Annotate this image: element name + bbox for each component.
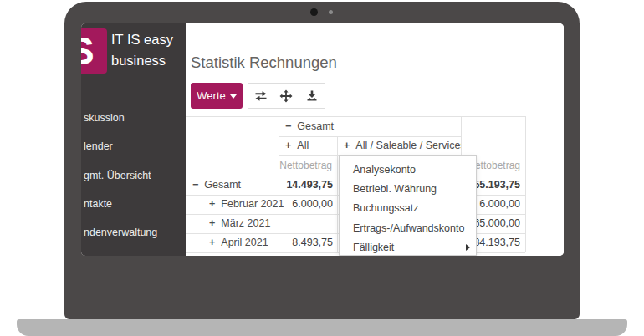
collapse-icon: − — [192, 179, 198, 191]
brand-logo[interactable]: S — [81, 28, 107, 74]
expand-icon: + — [344, 140, 350, 151]
col-header-all-saleable-services[interactable]: +All / Saleable / Services — [344, 136, 461, 155]
row-header-gesamt[interactable]: −Gesamt — [192, 176, 276, 195]
cell-april-all: 8.493,75 — [279, 233, 333, 252]
col-header-gesamt[interactable]: −Gesamt — [285, 116, 452, 136]
sidebar-item-mgmt-uebersicht[interactable]: gmt. Übersicht — [84, 169, 151, 182]
menu-item-betriebl-waehrung[interactable]: Betriebl. Währung — [340, 180, 476, 199]
pivot-toolbar — [248, 83, 325, 109]
sidebar-item-kundenverwaltung[interactable]: ndenverwaltung — [84, 226, 157, 239]
table-border — [337, 136, 338, 252]
sidebar: S IT IS easy business skussion lender gm… — [81, 23, 186, 256]
expand-icon: + — [209, 237, 215, 248]
main-content: Statistik Rechnungen Werte — [186, 23, 564, 256]
row-header-maerz-2021[interactable]: +März 2021 — [209, 214, 293, 233]
brand-name: IT IS easy business — [111, 29, 173, 71]
values-button-label: Werte — [197, 90, 225, 103]
values-button[interactable]: Werte — [191, 83, 243, 109]
expand-icon: + — [209, 217, 215, 229]
brand-line2: business — [111, 50, 173, 71]
groupby-dropdown-menu: Analysekonto Betriebl. Währung Buchungss… — [339, 155, 477, 256]
app-screen: S IT IS easy business skussion lender gm… — [81, 23, 564, 256]
sidebar-item-kalender[interactable]: lender — [84, 140, 113, 153]
col-header-all[interactable]: +All — [285, 136, 334, 155]
cell-februar-all: 6.000,00 — [279, 195, 333, 214]
table-border — [525, 116, 526, 252]
expand-all-button[interactable] — [273, 83, 299, 109]
submenu-arrow-icon — [466, 244, 470, 251]
menu-item-buchungssatz[interactable]: Buchungssatz — [340, 199, 476, 218]
logo-glyph: S — [81, 28, 95, 74]
menu-item-analysekonto[interactable]: Analysekonto — [340, 160, 476, 180]
collapse-icon: − — [285, 120, 291, 132]
laptop-base — [17, 319, 627, 336]
screenshot-canvas: S IT IS easy business skussion lender gm… — [0, 0, 644, 336]
measure-header-nettobetrag[interactable]: Nettobetrag — [279, 155, 332, 176]
download-button[interactable] — [299, 83, 325, 109]
camera-icon — [310, 8, 318, 16]
expand-icon: + — [285, 140, 291, 151]
sidebar-item-kontakte[interactable]: ntakte — [84, 197, 112, 211]
flip-axes-button[interactable] — [248, 83, 273, 109]
sidebar-item-einkauf[interactable]: nkauf — [84, 255, 110, 256]
expand-icon: + — [209, 198, 215, 210]
page-title: Statistik Rechnungen — [191, 53, 337, 72]
camera-led-icon — [329, 10, 333, 14]
device-frame: S IT IS easy business skussion lender gm… — [64, 2, 580, 319]
brand-line1: IT IS easy — [111, 29, 173, 50]
flip-axes-icon — [254, 89, 268, 103]
sidebar-item-diskussion[interactable]: skussion — [84, 111, 125, 125]
caret-down-icon — [230, 94, 237, 99]
menu-item-faelligkeit[interactable]: Fälligkeit — [340, 238, 476, 256]
download-icon — [305, 89, 319, 103]
expand-all-icon — [279, 89, 293, 103]
menu-item-ertrags-aufwandskonto[interactable]: Ertrags-/Aufwandskonto — [340, 219, 476, 238]
cell-gesamt-all: 14.493,75 — [279, 176, 333, 195]
